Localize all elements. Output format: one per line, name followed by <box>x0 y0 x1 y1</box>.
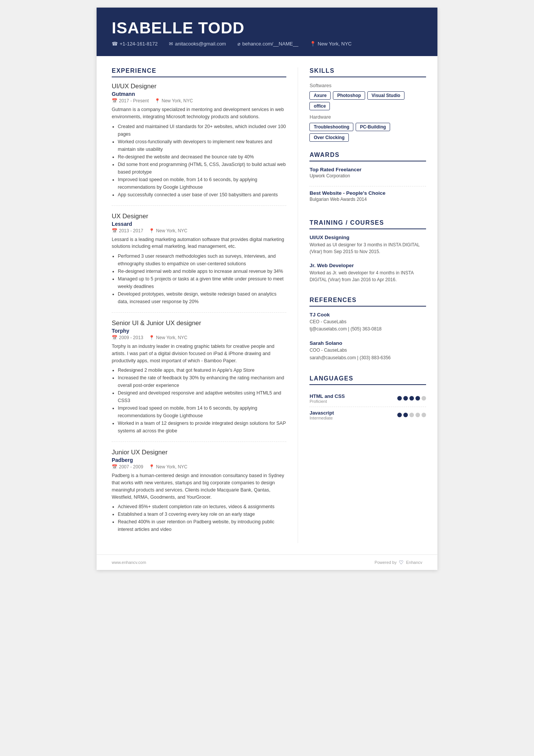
bullet-item: Re-designed internal web and mobile apps… <box>118 268 286 275</box>
skill-overclocking: Over Clocking <box>309 133 348 142</box>
references-title: REFERENCES <box>309 297 426 307</box>
ref-entry-1: TJ Cook CEO - CauseLabs tj@causelabs.com… <box>309 312 426 337</box>
job-desc-4: Padberg is a human-centered design and i… <box>112 472 286 501</box>
job-meta-1: 📅 2017 - Present 📍 New York, NYC <box>112 98 286 103</box>
award-org-1: Upwork Corporation <box>309 173 426 178</box>
company-name-1: Gutmann <box>112 91 286 97</box>
job-entry-gutmann: UI/UX Designer Gutmann 📅 2017 - Present … <box>112 83 286 206</box>
dot-empty <box>409 413 414 417</box>
bullet-item: Did some front end programming (HTML 5, … <box>118 161 286 176</box>
awards-title: AWARDS <box>309 152 426 161</box>
job-desc-3: Torphy is an industry leader in creating… <box>112 343 286 364</box>
job-location-4: 📍 New York, NYC <box>149 464 187 470</box>
ref-name-1: TJ Cook <box>309 312 426 318</box>
bullet-item: Worked in a team of 12 designers to prov… <box>118 419 286 435</box>
link-icon: ⌀ <box>237 41 240 47</box>
lang-name-1: HTML and CSS <box>309 393 345 399</box>
bullet-item: Achieved 85%+ student completion rate on… <box>118 503 286 510</box>
references-section: REFERENCES TJ Cook CEO - CauseLabs tj@ca… <box>309 297 426 365</box>
dot-filled <box>397 396 402 401</box>
hardware-tags: Troubleshooting PC-Building Over Clockin… <box>309 123 426 142</box>
job-meta-4: 📅 2007 - 2009 📍 New York, NYC <box>112 464 286 470</box>
footer: www.enhancv.com Powered by ♡ Enhancv <box>97 554 437 570</box>
lang-dots-1 <box>397 396 426 401</box>
dot-empty <box>415 413 420 417</box>
brand-name: Enhancv <box>406 560 422 565</box>
dot-filled <box>409 396 414 401</box>
skill-troubleshooting: Troubleshooting <box>309 123 353 131</box>
lang-name-2: Javascript <box>309 410 334 416</box>
ref-details-2: COO - CauseLabs sarah@causelabs.com | (3… <box>309 347 426 365</box>
job-title-1: UI/UX Designer <box>112 83 286 90</box>
skill-office: office <box>309 102 330 110</box>
bullet-item: Created and maintained UI standards for … <box>118 123 286 138</box>
header-contact: ☎ +1-124-161-8172 ✉ anitacooks@gmail.com… <box>112 41 422 47</box>
job-bullets-2: Performed 3 user research methodologies … <box>112 252 286 305</box>
bullet-item: Worked cross-functionally with developer… <box>118 138 286 153</box>
job-bullets-3: Redesigned 2 mobile apps, that got featu… <box>112 366 286 435</box>
lang-level-1: Proficient <box>309 399 345 404</box>
award-2: Best Website - People's Choice Bulgarian… <box>309 190 426 210</box>
lang-js-info: Javascript Intermediate <box>309 410 334 420</box>
experience-section: EXPERIENCE UI/UX Designer Gutmann 📅 2017… <box>112 67 286 533</box>
pin-icon-4: 📍 <box>149 464 155 470</box>
dot-filled <box>415 396 420 401</box>
skill-axure: Axure <box>309 91 331 100</box>
pin-icon-2: 📍 <box>149 228 155 233</box>
dot-filled <box>403 396 408 401</box>
bullet-item: App successfully connected a user base o… <box>118 191 286 199</box>
bullet-item: Redesigned 2 mobile apps, that got featu… <box>118 366 286 374</box>
skill-photoshop: Photoshop <box>333 91 365 100</box>
dot-empty <box>422 413 426 417</box>
award-org-2: Bulgarian Web Awards 2014 <box>309 197 426 202</box>
training-entry-1: UI/UX Designing Worked as UI designer fo… <box>309 235 426 259</box>
job-entry-torphy: Senior UI & Junior UX designer Torphy 📅 … <box>112 319 286 442</box>
ref-entry-2: Sarah Solano COO - CauseLabs sarah@cause… <box>309 340 426 365</box>
lang-dots-2 <box>397 413 426 417</box>
job-meta-2: 📅 2013 - 2017 📍 New York, NYC <box>112 228 286 233</box>
job-years-4: 📅 2007 - 2009 <box>112 464 143 470</box>
location-info: 📍 New York, NYC <box>310 41 352 47</box>
job-years-3: 📅 2009 - 2013 <box>112 335 143 340</box>
powered-by-text: Powered by <box>375 560 397 565</box>
job-title-4: Junior UX Designer <box>112 449 286 456</box>
job-desc-2: Lessard is a leading marketing automatio… <box>112 236 286 250</box>
skill-pcbuilding: PC-Building <box>356 123 390 131</box>
bullet-item: Developed prototypes, website design, we… <box>118 290 286 305</box>
award-title-1: Top Rated Freelancer <box>309 167 426 172</box>
dot-empty <box>422 396 426 401</box>
bullet-item: Reached 400% in user retention on Padber… <box>118 518 286 533</box>
training-entry-2: Jr. Web Developer Worked as Jr. web deve… <box>309 263 426 287</box>
left-column: EXPERIENCE UI/UX Designer Gutmann 📅 2017… <box>97 67 298 543</box>
job-location-1: 📍 New York, NYC <box>155 98 193 103</box>
job-years-1: 📅 2017 - Present <box>112 98 149 103</box>
pin-icon-1: 📍 <box>155 98 160 103</box>
job-location-3: 📍 New York, NYC <box>149 335 187 340</box>
training-section: TRAINING / COURSES UI/UX Designing Worke… <box>309 219 426 287</box>
website-info: ⌀ behance.com/__NAME__ <box>237 41 298 47</box>
calendar-icon-2: 📅 <box>112 228 117 233</box>
bullet-item: Re-designed the website and decreased th… <box>118 153 286 161</box>
company-name-2: Lessard <box>112 221 286 227</box>
skill-visualstudio: Visual Studio <box>367 91 404 100</box>
training-desc-1: Worked as UI designer for 3 months in IN… <box>309 241 426 259</box>
bullet-item: Increased the rate of feedback by 30% by… <box>118 374 286 389</box>
right-column: SKILLS Softwares Axure Photoshop Visual … <box>298 67 437 543</box>
company-name-3: Torphy <box>112 328 286 334</box>
training-title: TRAINING / COURSES <box>309 219 426 229</box>
bullet-item: Established a team of 3 covering every k… <box>118 510 286 518</box>
footer-brand: Powered by ♡ Enhancv <box>375 559 422 565</box>
experience-title: EXPERIENCE <box>112 67 286 77</box>
main-content: EXPERIENCE UI/UX Designer Gutmann 📅 2017… <box>97 56 437 554</box>
location-icon: 📍 <box>310 41 316 47</box>
bullet-item: Performed 3 user research methodologies … <box>118 252 286 268</box>
phone-icon: ☎ <box>112 41 118 47</box>
job-meta-3: 📅 2009 - 2013 📍 New York, NYC <box>112 335 286 340</box>
email-icon: ✉ <box>169 41 173 47</box>
skills-cat-hardware: Hardware <box>309 114 426 120</box>
bullet-item: Improved load speed on mobile, from 14 t… <box>118 404 286 419</box>
job-title-3: Senior UI & Junior UX designer <box>112 319 286 327</box>
bullet-item: Improved load speed on mobile, from 14 t… <box>118 176 286 191</box>
company-name-4: Padberg <box>112 457 286 463</box>
heart-icon: ♡ <box>399 559 404 565</box>
